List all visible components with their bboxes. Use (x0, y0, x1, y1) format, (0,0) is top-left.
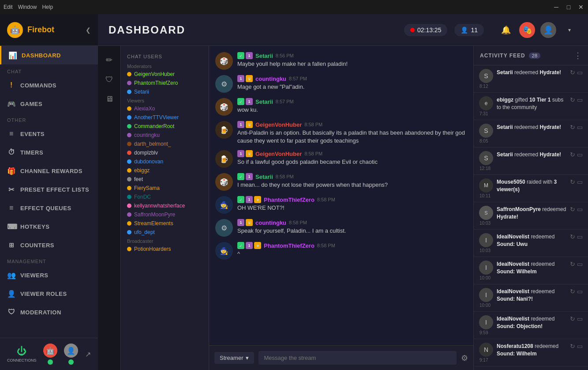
list-item[interactable]: darth_belmont_ (121, 140, 209, 148)
message-body: ✓ 1 Setarii 8:56 PM Maybe youll help mak… (237, 52, 467, 70)
badge-crown: ♛ (246, 121, 253, 128)
feed-refresh-button[interactable]: ↻ (570, 343, 575, 350)
pencil-icon-btn[interactable]: ✏ (101, 51, 118, 69)
sidebar-item-channel-rewards[interactable]: 🎁 CHANNEL REWARDS (0, 162, 98, 180)
list-item[interactable]: feet (121, 175, 209, 184)
sidebar-item-games[interactable]: 🎮 GAMES (0, 94, 98, 113)
connections-power[interactable]: ⏻ CONNECTIONS (7, 346, 37, 362)
sidebar-item-moderation[interactable]: 🛡 MODERATION (0, 303, 98, 321)
list-item[interactable]: PotionHoarders (121, 245, 209, 253)
user-name: PhantomThiefZero (134, 80, 178, 86)
feed-refresh-button[interactable]: ↻ (570, 151, 575, 158)
feed-refresh-button[interactable]: ↻ (570, 261, 575, 268)
user-avatar-red[interactable]: 🎭 (519, 22, 535, 38)
sidebar-item-events[interactable]: ≡ EVENTS (0, 125, 98, 143)
list-item[interactable]: SaffronMoonPyre (121, 210, 209, 219)
list-item[interactable]: AnotherTTVViewer (121, 113, 209, 122)
channel-status-dot (68, 359, 74, 365)
feed-refresh-button[interactable]: ↻ (570, 206, 575, 213)
connections-bot[interactable]: 🤖 (43, 344, 57, 365)
list-item[interactable]: countingku (121, 131, 209, 140)
sidebar-item-dashboard[interactable]: 📊 DASHBOARD (0, 46, 98, 64)
streamer-dropdown-button[interactable]: Streamer ▾ (214, 352, 254, 364)
feed-dismiss-button[interactable]: ▭ (577, 69, 583, 76)
list-item[interactable]: ufo_dept (121, 228, 209, 237)
sidebar-item-counters[interactable]: ⊞ COUNTERS (0, 236, 98, 254)
feed-refresh-button[interactable]: ↻ (570, 233, 575, 240)
message-badges: ✓ 1 (237, 98, 253, 105)
feed-refresh-button[interactable]: ↻ (570, 288, 575, 295)
feed-refresh-button[interactable]: ↻ (570, 124, 575, 131)
title-bar-menu: Edit Window Help (4, 4, 53, 10)
sidebar-item-effect-queues[interactable]: ≡ EFFECT QUEUES (0, 199, 98, 217)
feed-actions: ↻ ▭ (570, 96, 583, 103)
user-avatar-gray[interactable]: 👤 (540, 22, 556, 38)
sidebar-item-preset-effects[interactable]: ✂ PRESET EFFECT LISTS (0, 180, 98, 199)
sidebar-item-viewer-roles[interactable]: 👤 VIEWER ROLES (0, 284, 98, 303)
sidebar-item-commands[interactable]: ! COMMANDS (0, 76, 98, 94)
list-item[interactable]: AlexiaXo (121, 104, 209, 113)
feed-dismiss-button[interactable]: ▭ (577, 315, 583, 322)
close-button[interactable]: ✕ (577, 4, 584, 11)
feed-dismiss-button[interactable]: ▭ (577, 343, 583, 350)
sidebar-item-viewers[interactable]: 👥 VIEWERS (0, 266, 98, 284)
table-row: ⚙ 1 ♛ countingku 8:57 PM Mage got a new … (209, 72, 473, 95)
list-item[interactable]: dubdonovan (121, 157, 209, 166)
feed-refresh-button[interactable]: ↻ (570, 96, 575, 103)
menu-edit[interactable]: Edit (4, 4, 13, 10)
connections-channel[interactable]: 👤 (64, 344, 78, 365)
notifications-button[interactable]: 🔔 (498, 22, 514, 38)
list-item[interactable]: kellyannwhatsherface (121, 201, 209, 210)
message-header: ✓ 1 ★ PhantomThiefZero 8:58 PM (237, 242, 467, 249)
feed-dismiss-button[interactable]: ▭ (577, 124, 583, 131)
user-geigenvonhuber[interactable]: GeigenVonHuber (121, 70, 209, 79)
list-item: M 10:11 Mouse5050 raided with 3 viewer(s… (474, 175, 588, 202)
list-item[interactable]: FierySama (121, 184, 209, 193)
minimize-button[interactable]: ─ (553, 4, 560, 11)
feed-refresh-button[interactable]: ↻ (570, 315, 575, 322)
user-name: PotionHoarders (134, 246, 171, 252)
feed-refresh-button[interactable]: ↻ (570, 178, 575, 185)
user-phantomthiefzero[interactable]: PhantomThiefZero (121, 79, 209, 87)
feed-avatar: S (479, 206, 493, 220)
monitor-icon-btn[interactable]: 🖥 (101, 90, 118, 108)
feed-dismiss-button[interactable]: ▭ (577, 261, 583, 268)
feed-dismiss-button[interactable]: ▭ (577, 178, 583, 185)
feed-refresh-button[interactable]: ↻ (570, 69, 575, 76)
user-name: dubdonovan (134, 159, 163, 165)
maximize-button[interactable]: □ (565, 4, 572, 11)
menu-window[interactable]: Window (18, 4, 37, 10)
sidebar-nav: 📊 DASHBOARD Chat ! COMMANDS 🎮 GAMES Othe… (0, 46, 98, 338)
list-item[interactable]: ebiggz (121, 166, 209, 175)
feed-detail: Hydrate! (539, 151, 561, 158)
connections-external[interactable]: ↗ (85, 350, 91, 359)
sidebar-item-hotkeys[interactable]: ⌨ HOTKEYS (0, 217, 98, 236)
user-name: ebiggz (134, 167, 150, 174)
menu-help[interactable]: Help (42, 4, 53, 10)
feed-menu-button[interactable]: ⋮ (574, 51, 582, 60)
list-item[interactable]: StreamElements (121, 219, 209, 228)
user-dot (127, 72, 131, 76)
user-dot (127, 142, 131, 146)
user-dot (127, 133, 131, 137)
feed-dismiss-button[interactable]: ▭ (577, 288, 583, 295)
shield-icon-btn[interactable]: 🛡 (101, 71, 118, 88)
list-item[interactable]: domplzblv (121, 148, 209, 157)
chat-settings-icon[interactable]: ⚙ (461, 353, 468, 363)
sidebar-item-timers[interactable]: ⏱ TIMERS (0, 143, 98, 162)
feed-dismiss-button[interactable]: ▭ (577, 96, 583, 103)
feed-dismiss-button[interactable]: ▭ (577, 233, 583, 240)
user-dropdown-button[interactable]: ▾ (562, 22, 577, 38)
sidebar-label-timers: TIMERS (20, 149, 43, 156)
sidebar-collapse-button[interactable]: ❮ (86, 26, 91, 34)
list-item[interactable]: FonDC (121, 193, 209, 201)
feed-dismiss-button[interactable]: ▭ (577, 151, 583, 158)
badge-check: ✓ (237, 242, 244, 249)
feed-content: IdealNovelist redeemed Sound: Objection! (497, 315, 566, 330)
user-setarii[interactable]: Setarii (121, 87, 209, 96)
feed-username: Setarii (497, 69, 514, 76)
feed-dismiss-button[interactable]: ▭ (577, 206, 583, 213)
message-time: 8:56 PM (276, 53, 294, 58)
chat-message-input[interactable] (258, 351, 457, 365)
list-item[interactable]: CommanderRoot (121, 122, 209, 131)
